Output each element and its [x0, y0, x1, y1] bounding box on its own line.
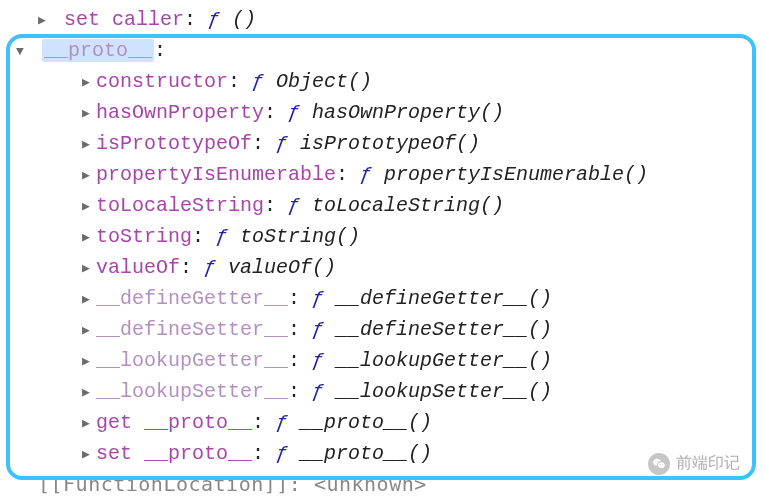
colon: :	[184, 8, 208, 31]
disclosure-triangle-icon[interactable]: ▶	[82, 414, 96, 434]
function-name: __defineGetter__()	[336, 287, 552, 310]
function-name: toLocaleString()	[312, 194, 504, 217]
property-key-proto: __proto__	[42, 39, 154, 62]
property-key: constructor	[96, 70, 228, 93]
disclosure-triangle-icon[interactable]: ▶	[82, 228, 96, 248]
property-row[interactable]: ▶toLocaleString: ƒ toLocaleString()	[6, 190, 764, 221]
function-name: valueOf()	[228, 256, 336, 279]
function-f-glyph: ƒ	[276, 411, 300, 434]
colon: :	[154, 39, 166, 62]
disclosure-triangle-icon[interactable]: ▶	[82, 383, 96, 403]
devtools-object-inspector: ▶ set caller: ƒ () ▼ __proto__: ▶constru…	[0, 0, 764, 500]
disclosure-triangle-icon[interactable]: ▶	[82, 290, 96, 310]
property-key: toLocaleString	[96, 194, 264, 217]
property-row[interactable]: ▶get __proto__: ƒ __proto__()	[6, 407, 764, 438]
colon: :	[288, 349, 312, 372]
property-row[interactable]: ▶toString: ƒ toString()	[6, 221, 764, 252]
colon: :	[180, 256, 204, 279]
colon: :	[264, 101, 288, 124]
function-f-glyph: ƒ	[288, 194, 312, 217]
property-row[interactable]: ▶__defineGetter__: ƒ __defineGetter__()	[6, 283, 764, 314]
property-key: toString	[96, 225, 192, 248]
function-name: __proto__()	[300, 442, 432, 465]
function-name: toString()	[240, 225, 360, 248]
function-f-glyph: ƒ	[312, 318, 336, 341]
colon: :	[288, 380, 312, 403]
function-f-glyph: ƒ	[276, 132, 300, 155]
colon: :	[288, 318, 312, 341]
disclosure-triangle-icon[interactable]: ▶	[82, 445, 96, 465]
function-name: isPrototypeOf()	[300, 132, 480, 155]
property-key: __defineGetter__	[96, 287, 288, 310]
disclosure-triangle-icon[interactable]: ▶	[82, 259, 96, 279]
disclosure-triangle-icon[interactable]: ▶	[82, 352, 96, 372]
colon: :	[192, 225, 216, 248]
function-f-glyph: ƒ	[288, 101, 312, 124]
disclosure-triangle-icon[interactable]: ▼	[16, 42, 30, 62]
truncated-row: [[FunctionLocation]]: <unknown>	[6, 469, 764, 500]
property-row[interactable]: ▶propertyIsEnumerable: ƒ propertyIsEnume…	[6, 159, 764, 190]
function-f-glyph: ƒ	[252, 70, 276, 93]
property-key: set __proto__	[96, 442, 252, 465]
proto-members-list: ▶constructor: ƒ Object()▶hasOwnProperty:…	[6, 66, 764, 469]
function-f-glyph: ƒ	[208, 8, 220, 31]
function-name: __defineSetter__()	[336, 318, 552, 341]
function-name: Object()	[276, 70, 372, 93]
property-row[interactable]: ▶constructor: ƒ Object()	[6, 66, 764, 97]
property-row[interactable]: ▶__lookupSetter__: ƒ __lookupSetter__()	[6, 376, 764, 407]
property-row-proto[interactable]: ▼ __proto__:	[6, 35, 764, 66]
colon: :	[288, 287, 312, 310]
disclosure-triangle-icon[interactable]: ▶	[82, 73, 96, 93]
disclosure-triangle-icon[interactable]: ▶	[82, 135, 96, 155]
property-row[interactable]: ▶__defineSetter__: ƒ __defineSetter__()	[6, 314, 764, 345]
function-f-glyph: ƒ	[312, 349, 336, 372]
function-f-glyph: ƒ	[360, 163, 384, 186]
colon: :	[252, 442, 276, 465]
function-f-glyph: ƒ	[312, 287, 336, 310]
function-name: __lookupSetter__()	[336, 380, 552, 403]
disclosure-triangle-icon[interactable]: ▶	[82, 166, 96, 186]
function-name: hasOwnProperty()	[312, 101, 504, 124]
colon: :	[252, 411, 276, 434]
disclosure-triangle-icon[interactable]: ▶	[38, 11, 52, 31]
colon: :	[252, 132, 276, 155]
disclosure-triangle-icon[interactable]: ▶	[82, 104, 96, 124]
property-key: __lookupGetter__	[96, 349, 288, 372]
disclosure-triangle-icon[interactable]: ▶	[82, 321, 96, 341]
property-key: set caller	[64, 8, 184, 31]
property-key: __defineSetter__	[96, 318, 288, 341]
property-key: hasOwnProperty	[96, 101, 264, 124]
function-f-glyph: ƒ	[204, 256, 228, 279]
function-f-glyph: ƒ	[276, 442, 300, 465]
property-row[interactable]: ▶__lookupGetter__: ƒ __lookupGetter__()	[6, 345, 764, 376]
function-name: propertyIsEnumerable()	[384, 163, 648, 186]
function-f-glyph: ƒ	[216, 225, 240, 248]
function-name: __lookupGetter__()	[336, 349, 552, 372]
property-key: propertyIsEnumerable	[96, 163, 336, 186]
function-name: ()	[232, 8, 256, 31]
property-key: __lookupSetter__	[96, 380, 288, 403]
colon: :	[264, 194, 288, 217]
function-f-glyph: ƒ	[312, 380, 336, 403]
colon: :	[228, 70, 252, 93]
property-row[interactable]: ▶isPrototypeOf: ƒ isPrototypeOf()	[6, 128, 764, 159]
property-key: valueOf	[96, 256, 180, 279]
colon: :	[336, 163, 360, 186]
property-row[interactable]: ▶set __proto__: ƒ __proto__()	[6, 438, 764, 469]
function-name: __proto__()	[300, 411, 432, 434]
property-row-set-caller[interactable]: ▶ set caller: ƒ ()	[6, 4, 764, 35]
disclosure-triangle-icon[interactable]: ▶	[82, 197, 96, 217]
property-key: get __proto__	[96, 411, 252, 434]
property-key: isPrototypeOf	[96, 132, 252, 155]
property-row[interactable]: ▶hasOwnProperty: ƒ hasOwnProperty()	[6, 97, 764, 128]
property-row[interactable]: ▶valueOf: ƒ valueOf()	[6, 252, 764, 283]
